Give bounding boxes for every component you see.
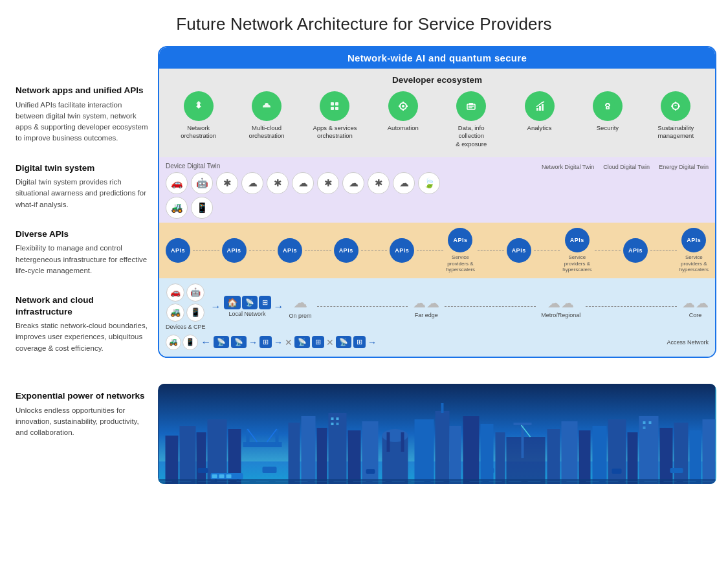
- svg-rect-81: [674, 423, 689, 484]
- svg-rect-91: [212, 474, 217, 478]
- device-digital-twin-label: Device Digital Twin: [166, 162, 440, 170]
- svg-rect-79: [643, 426, 646, 429]
- cloud-far-edge-2: ☁: [426, 295, 439, 311]
- device-icon-cloud1: ☁: [241, 172, 263, 194]
- automation-label: Automation: [388, 124, 419, 132]
- device-cpe-icon2: 🤖: [186, 283, 204, 302]
- svg-point-1: [197, 105, 200, 108]
- digital-twin-layer: Device Digital Twin 🚗 🤖 ✱ ☁ ✱ ☁ ✱ ☁ ✱: [159, 157, 715, 223]
- svg-rect-59: [415, 419, 434, 484]
- dev-icon-multicloud-orch: Multi-cloudorchestration: [240, 91, 293, 140]
- far-edge-label: Far edge: [415, 312, 438, 318]
- svg-rect-62: [450, 426, 461, 484]
- svg-point-3: [327, 98, 342, 114]
- svg-rect-46: [302, 416, 316, 484]
- cloud-metro-1: ☁: [547, 295, 560, 311]
- api-sub-6: Serviceproviders &hyperscalers: [446, 254, 475, 273]
- svg-rect-53: [348, 430, 361, 484]
- device-icon-leaf: 🍃: [418, 172, 440, 194]
- svg-rect-92: [219, 474, 225, 478]
- multiply-access-2: ✕: [326, 337, 334, 348]
- exponential-power-title: Exponential power of networks: [16, 390, 149, 402]
- city-layer: ✦ ✈ · ✈ ✦ 🛸: [158, 384, 716, 484]
- page-title: Future Network Architecture for Service …: [0, 0, 728, 46]
- api-bubble-9: APIs: [623, 238, 648, 263]
- data-collection-icon: [456, 91, 486, 121]
- exponential-power-body: Unlocks endless opportunities for innova…: [16, 405, 149, 439]
- svg-rect-51: [331, 423, 334, 425]
- sidebar-title-digital-twin: Digital twin system: [16, 162, 149, 174]
- svg-rect-58: [401, 432, 404, 452]
- sidebar-body-digital-twin: Digital twin system provides rich situat…: [16, 177, 149, 210]
- ai-banner: Network-wide AI and quantum secure: [159, 47, 715, 69]
- api-item-5: APIs: [390, 238, 414, 263]
- svg-rect-5: [335, 102, 338, 105]
- api-bubble-10: APIs: [681, 228, 706, 252]
- svg-rect-71: [562, 421, 578, 484]
- developer-ecosystem-title: Developer ecosystem: [166, 75, 709, 85]
- device-icon-cross2: ✱: [317, 172, 339, 194]
- device-icon-robot: 🤖: [191, 172, 213, 194]
- cloud-on-prem: ☁: [293, 294, 307, 311]
- left-sidebar: Network apps and unified APIs Unified AP…: [16, 46, 158, 372]
- arrow-access-2: →: [274, 337, 283, 348]
- device-icon-cloud3: ☁: [342, 172, 364, 194]
- network-digital-twin-label: Network Digital Twin: [542, 164, 594, 171]
- developer-ecosystem-section: Developer ecosystem Networkorchestration: [159, 69, 715, 157]
- api-bubble-5: APIs: [390, 238, 414, 263]
- svg-rect-42: [276, 429, 279, 445]
- svg-rect-47: [317, 428, 327, 484]
- svg-rect-68: [514, 423, 532, 425]
- local-net-icon2: 📡: [242, 296, 258, 309]
- svg-rect-83: [703, 419, 716, 484]
- svg-rect-73: [593, 426, 607, 484]
- cloud-digital-twin-col: Cloud Digital Twin: [603, 164, 650, 171]
- svg-rect-88: [612, 469, 622, 474]
- bottom-section: Exponential power of networks Unlocks en…: [0, 372, 728, 484]
- device-cpe-icon4: 📱: [186, 304, 204, 322]
- sustainability-icon: [661, 91, 690, 121]
- api-bubble-7: APIs: [507, 238, 531, 263]
- sidebar-title-diverse-apis: Diverse APIs: [16, 228, 149, 240]
- api-bubble-1: APIs: [166, 238, 190, 263]
- api-bubble-8: APIs: [565, 228, 590, 252]
- svg-rect-72: [579, 430, 591, 484]
- svg-rect-61: [441, 403, 444, 413]
- svg-rect-49: [331, 417, 334, 420]
- svg-rect-80: [660, 428, 673, 484]
- arrow-right-2: →: [274, 301, 284, 313]
- svg-rect-19: [469, 103, 473, 105]
- apps-services-icon: [320, 91, 349, 121]
- svg-point-26: [607, 107, 608, 109]
- cloud-far-edge-1: ☁: [413, 295, 426, 311]
- city-svg: [158, 384, 716, 484]
- svg-rect-65: [496, 432, 505, 484]
- dt-right-labels: Network Digital Twin Cloud Digital Twin …: [542, 162, 709, 171]
- sidebar-body-network-apps: Unified APIs facilitate interaction betw…: [16, 100, 149, 144]
- on-prem-label: On prem: [289, 313, 312, 319]
- dev-icon-apps-services: Apps & servicesorchestration: [308, 91, 361, 140]
- svg-rect-50: [336, 417, 339, 420]
- api-item-9: APIs: [623, 238, 648, 263]
- sidebar-title-network-apps: Network apps and unified APIs: [16, 85, 149, 96]
- arrow-left-access: →: [201, 337, 211, 348]
- api-item-2: APIs: [222, 238, 247, 263]
- svg-rect-45: [289, 423, 300, 484]
- energy-digital-twin-label: Energy Digital Twin: [659, 164, 709, 171]
- svg-rect-75: [628, 432, 638, 484]
- access-icon7: ⊞: [353, 336, 366, 348]
- dev-icon-network-orch: Networkorchestration: [172, 91, 225, 140]
- access-device2: 📱: [182, 335, 198, 350]
- device-cpe-icon3: 🚜: [166, 304, 184, 322]
- svg-rect-60: [436, 411, 450, 484]
- access-icon3: ⊞: [259, 336, 272, 348]
- svg-rect-89: [670, 468, 683, 473]
- svg-rect-77: [643, 421, 646, 424]
- access-network-row: 🚜 📱 → 📡 📡 → ⊞ → ✕ 📡: [166, 335, 709, 350]
- api-item-7: APIs: [507, 238, 531, 263]
- arrow-access-1: →: [248, 337, 258, 348]
- svg-rect-37: [197, 432, 206, 484]
- device-icon-wrench: ✱: [216, 172, 238, 194]
- device-icon-cloud2: ☁: [292, 172, 314, 194]
- arrow-access-3: →: [368, 337, 377, 348]
